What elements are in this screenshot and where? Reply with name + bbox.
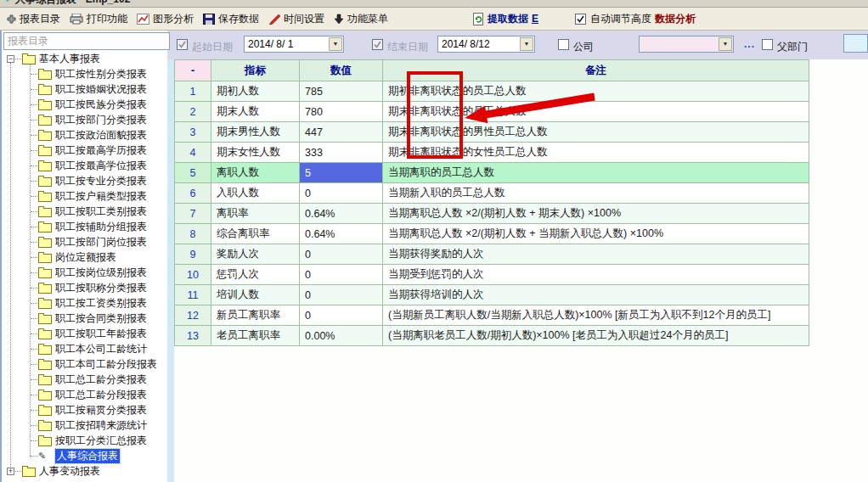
- value-cell[interactable]: 333: [300, 143, 383, 163]
- tree-item[interactable]: 职工按最高学位报表: [2, 158, 167, 173]
- tree-item[interactable]: 职工按职工年龄报表: [2, 326, 167, 341]
- extract-data-button[interactable]: 提取数据E: [472, 12, 538, 26]
- remark-cell[interactable]: 当期新入职的员工总人数: [383, 183, 809, 204]
- start-date-combo[interactable]: 2014/ 8/ 1 ▼: [244, 36, 344, 53]
- row-number-cell[interactable]: 3: [175, 122, 211, 143]
- indicator-cell[interactable]: 期末人数: [211, 102, 300, 122]
- end-date-checkbox[interactable]: [372, 39, 383, 50]
- tree-item[interactable]: 职工按工资类别报表: [2, 295, 167, 311]
- tree-item[interactable]: 职工按籍贯分类报表: [2, 402, 167, 418]
- tree-item[interactable]: 职工按婚姻状况报表: [2, 81, 167, 97]
- value-cell[interactable]: 0: [300, 183, 383, 204]
- value-cell[interactable]: 0.00%: [300, 326, 383, 346]
- remark-cell[interactable]: (当期新员工离职人数/当期新入职总人数)×100% [新员工为入职不到12个月的…: [383, 305, 809, 326]
- row-number-cell[interactable]: 6: [175, 183, 211, 204]
- tree-expander[interactable]: −: [7, 55, 14, 63]
- row-number-cell[interactable]: 5: [175, 163, 211, 183]
- auto-height-checkbox[interactable]: [575, 14, 586, 25]
- splitter[interactable]: [167, 59, 174, 482]
- chevron-down-icon[interactable]: ▼: [329, 37, 342, 51]
- tree-item[interactable]: 职工按民族分类报表: [2, 97, 167, 112]
- indicator-cell[interactable]: 期末男性人数: [211, 122, 300, 143]
- save-data-button[interactable]: 保存数据: [203, 12, 259, 26]
- parent-dept-checkbox[interactable]: [762, 39, 773, 50]
- tree-item[interactable]: 职工总工龄分类报表: [2, 372, 167, 387]
- start-date-checkbox[interactable]: [177, 39, 188, 50]
- value-cell[interactable]: 0: [300, 244, 383, 265]
- tree-item[interactable]: ✎ 人事综合报表: [2, 448, 167, 463]
- print-button[interactable]: 打印功能: [70, 12, 127, 26]
- tree-item[interactable]: 职工按岗位级别报表: [2, 265, 167, 280]
- value-cell[interactable]: 785: [300, 81, 383, 102]
- value-cell[interactable]: 0.64%: [300, 204, 383, 224]
- tree-item[interactable]: 职工按最高学历报表: [2, 143, 167, 158]
- auto-height-toggle[interactable]: 自动调节高度: [575, 12, 651, 26]
- remark-cell[interactable]: 当期受到惩罚的人次: [383, 265, 809, 285]
- parent-dept-field[interactable]: [843, 34, 868, 53]
- row-number-cell[interactable]: 11: [175, 285, 211, 305]
- tree-expander[interactable]: +: [7, 468, 14, 475]
- indicator-cell[interactable]: 离职人数: [211, 163, 300, 183]
- remark-cell[interactable]: 当期离职总人数 ×2/(期初人数 + 当期新入职总人数) ×100%: [383, 224, 809, 244]
- value-cell[interactable]: 0.64%: [300, 224, 383, 244]
- row-number-cell[interactable]: 4: [175, 143, 211, 163]
- row-number-cell[interactable]: 2: [175, 102, 211, 122]
- remark-cell[interactable]: (当期离职老员工人数/期初人数)×100% [老员工为入职超过24个月的员工]: [383, 326, 809, 346]
- remark-cell[interactable]: 当期获得培训的人次: [383, 285, 809, 305]
- value-cell[interactable]: 5: [300, 163, 383, 183]
- indicator-cell[interactable]: 培训人数: [211, 285, 300, 305]
- tree-item[interactable]: 岗位定额报表: [2, 249, 167, 265]
- chevron-down-icon[interactable]: ▼: [520, 37, 533, 51]
- tree-item[interactable]: 职工按职工类别报表: [2, 204, 167, 219]
- tree-item[interactable]: 职工按政治面貌报表: [2, 127, 167, 143]
- indicator-cell[interactable]: 惩罚人次: [211, 265, 300, 285]
- company-checkbox[interactable]: [558, 39, 569, 50]
- tree-item[interactable]: + 人事变动报表: [2, 463, 167, 479]
- chevron-down-icon[interactable]: ▼: [719, 37, 732, 51]
- indicator-cell[interactable]: 离职率: [211, 204, 300, 224]
- tree-item[interactable]: − 基本人事报表: [2, 51, 167, 66]
- function-menu-button[interactable]: 功能菜单: [334, 12, 388, 26]
- value-cell[interactable]: 447: [300, 122, 383, 143]
- remark-cell[interactable]: 当期离职总人数 ×2/(期初人数 + 期末人数) ×100%: [383, 204, 809, 224]
- indicator-cell[interactable]: 奖励人次: [211, 244, 300, 265]
- indicator-cell[interactable]: 新员工离职率: [211, 305, 300, 326]
- time-settings-button[interactable]: 时间设置: [268, 12, 324, 26]
- chart-analysis-button[interactable]: 图形分析: [137, 12, 194, 26]
- end-date-combo[interactable]: 2014/ 8/12 ▼: [437, 36, 535, 53]
- data-analysis-label[interactable]: 数据分析: [655, 12, 696, 26]
- tree-item[interactable]: 职工按专业分类报表: [2, 173, 167, 188]
- tree-item[interactable]: 职工按性别分类报表: [2, 66, 167, 81]
- row-number-cell[interactable]: 7: [175, 204, 211, 224]
- row-number-cell[interactable]: 10: [175, 265, 211, 285]
- row-number-cell[interactable]: 9: [175, 244, 211, 265]
- remark-cell[interactable]: 当期离职的员工总人数: [383, 163, 809, 183]
- value-cell[interactable]: 780: [300, 102, 383, 122]
- row-number-cell[interactable]: 12: [175, 305, 211, 326]
- indicator-cell[interactable]: 入职人数: [211, 183, 300, 204]
- tree-item[interactable]: 职工本司工龄分段报表: [2, 356, 167, 372]
- tree-item[interactable]: 职工本公司工龄统计: [2, 341, 167, 356]
- report-catalog-button[interactable]: 报表目录: [7, 12, 60, 26]
- tree-item[interactable]: 职工按辅助分组报表: [2, 219, 167, 234]
- row-number-cell[interactable]: 8: [175, 224, 211, 244]
- tree-item[interactable]: 职工按部门分类报表: [2, 112, 167, 127]
- tree-item[interactable]: 职工按招聘来源统计: [2, 418, 167, 433]
- row-number-cell[interactable]: 1: [175, 81, 211, 102]
- indicator-cell[interactable]: 综合离职率: [211, 224, 300, 244]
- value-cell[interactable]: 0: [300, 305, 383, 326]
- remark-cell[interactable]: 当期获得奖励的人次: [383, 244, 809, 265]
- tree-item[interactable]: 职工按合同类别报表: [2, 311, 167, 326]
- tree-item[interactable]: 职工按部门岗位报表: [2, 234, 167, 249]
- tree-item[interactable]: 职工总工龄分段报表: [2, 387, 167, 402]
- tree-item[interactable]: 职工按职称分类报表: [2, 280, 167, 295]
- tree-item[interactable]: 职工按户籍类型报表: [2, 188, 167, 204]
- value-cell[interactable]: 0: [300, 285, 383, 305]
- row-number-cell[interactable]: 13: [175, 326, 211, 346]
- indicator-cell[interactable]: 期末女性人数: [211, 143, 300, 163]
- browse-ellipsis-button[interactable]: ...: [744, 38, 755, 50]
- company-combo[interactable]: ▼: [639, 36, 734, 53]
- tree-item[interactable]: 按职工分类汇总报表: [2, 433, 167, 448]
- indicator-cell[interactable]: 老员工离职率: [211, 326, 300, 346]
- indicator-cell[interactable]: 期初人数: [211, 81, 300, 102]
